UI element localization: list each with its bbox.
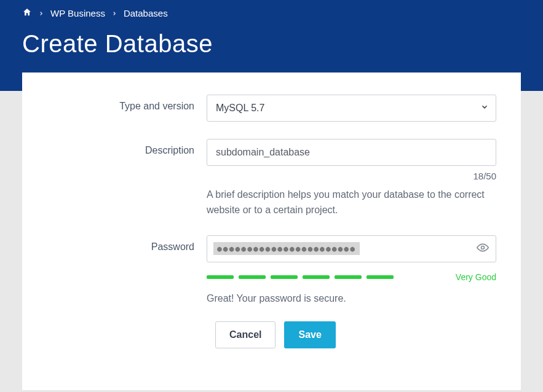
password-label: Password	[47, 235, 207, 253]
breadcrumb-item[interactable]: WP Business	[50, 8, 105, 18]
breadcrumb-item[interactable]: Databases	[124, 8, 168, 18]
strength-label: Very Good	[456, 272, 496, 282]
chevron-right-icon	[111, 10, 117, 17]
eye-icon[interactable]	[477, 241, 489, 256]
strength-segment	[335, 275, 362, 279]
strength-segment	[207, 275, 234, 279]
description-label: Description	[47, 139, 207, 156]
password-mask: ●●●●●●●●●●●●●●●●●●●●●●●	[213, 242, 360, 255]
strength-segment	[367, 275, 394, 279]
save-button[interactable]: Save	[284, 321, 335, 348]
password-strength: Very Good	[207, 272, 496, 282]
type-label: Type and version	[47, 95, 207, 112]
home-icon[interactable]	[22, 7, 32, 19]
char-counter: 18/50	[207, 171, 496, 181]
description-input[interactable]	[207, 139, 496, 166]
cancel-button[interactable]: Cancel	[215, 321, 275, 348]
password-input[interactable]: ●●●●●●●●●●●●●●●●●●●●●●●	[207, 235, 496, 262]
strength-segment	[271, 275, 298, 279]
chevron-right-icon	[38, 10, 44, 17]
page-title: Create Database	[22, 30, 521, 58]
form-panel: Type and version Description 18/50 A bri…	[22, 73, 521, 390]
strength-segment	[303, 275, 330, 279]
breadcrumb: WP Business Databases	[22, 7, 521, 19]
description-help: A brief description helps you match your…	[207, 187, 496, 218]
strength-message: Great! Your password is secure.	[207, 293, 496, 304]
svg-point-0	[482, 246, 485, 249]
type-select[interactable]	[207, 95, 496, 122]
strength-segment	[239, 275, 266, 279]
